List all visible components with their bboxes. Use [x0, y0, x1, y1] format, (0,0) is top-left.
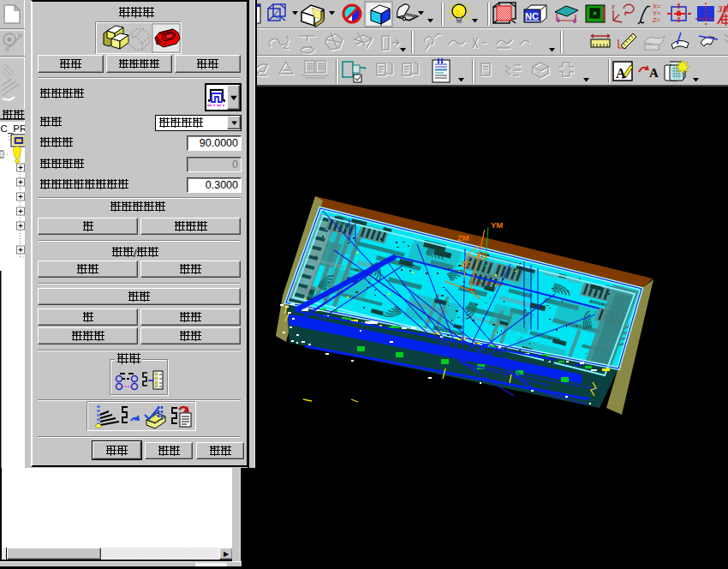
svg-text:ZM: ZM [457, 233, 469, 243]
svg-text:YC: YC [476, 250, 487, 260]
svg-text:ZC: ZC [461, 259, 472, 268]
svg-text:YM: YM [491, 220, 503, 230]
